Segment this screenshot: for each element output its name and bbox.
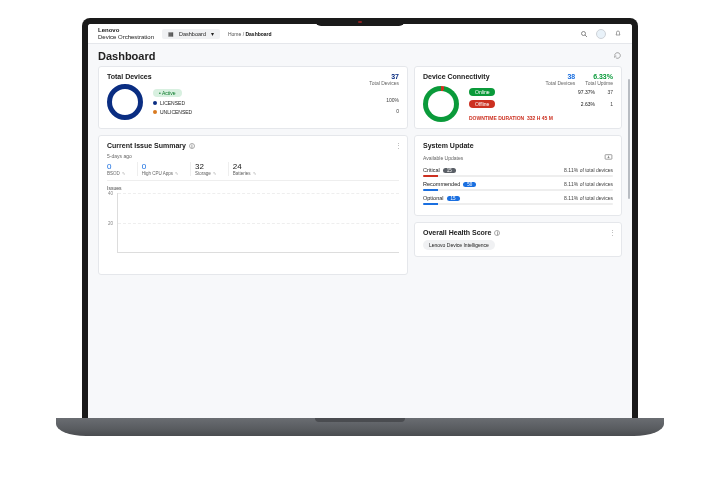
update-row: Recommended508.11% of total devices xyxy=(423,181,613,191)
active-pill: • Active xyxy=(153,89,182,97)
connectivity-donut xyxy=(423,86,459,122)
issue-stat: 0BSOD ✎ xyxy=(107,162,125,176)
refresh-icon[interactable] xyxy=(613,51,622,61)
count-pill: 50 xyxy=(463,182,476,187)
card-title: Total Devices xyxy=(107,73,399,80)
scrollbar[interactable] xyxy=(628,79,630,199)
search-icon[interactable] xyxy=(580,30,588,38)
issue-stat: 0High CPU Apps ✎ xyxy=(137,162,178,176)
update-row: Optional158.11% of total devices xyxy=(423,195,613,205)
issues-bar-chart: 40 20 xyxy=(117,193,399,253)
downtime-row: DOWNTIME DURATION 332 H 45 M xyxy=(469,115,613,121)
issue-stats: 0BSOD ✎0High CPU Apps ✎32Storage ✎24Batt… xyxy=(107,162,399,181)
svg-line-1 xyxy=(585,35,587,37)
update-icon[interactable] xyxy=(604,153,613,163)
brand-logo: Lenovo Device Orchestration xyxy=(98,27,154,40)
top-bar: Lenovo Device Orchestration ▦ Dashboard … xyxy=(88,24,632,44)
more-icon[interactable]: ⋮ xyxy=(609,229,615,237)
system-update-rows: Critical158.11% of total devicesRecommen… xyxy=(423,167,613,205)
legend-licensed: LICENSED xyxy=(153,100,192,106)
chevron-down-icon: ▾ xyxy=(211,31,214,37)
breadcrumb: Home / Dashboard xyxy=(228,31,272,37)
card-health-score: ⋮ Overall Health Scorei Lenovo Device In… xyxy=(414,222,622,257)
total-devices-donut xyxy=(107,84,143,120)
breadcrumb-home[interactable]: Home xyxy=(228,31,241,37)
info-icon[interactable]: i xyxy=(494,230,500,236)
laptop-frame: Lenovo Device Orchestration ▦ Dashboard … xyxy=(82,18,638,418)
total-devices-count-block: 37 Total Devices xyxy=(369,73,399,86)
bars-container xyxy=(118,193,399,252)
legend-online: Online 97.37% 37 xyxy=(469,88,613,96)
view-selector-label: Dashboard xyxy=(179,31,206,37)
count-pill: 15 xyxy=(443,168,456,173)
legend-unlicensed: UNLICENSED xyxy=(153,109,192,115)
total-devices-values: 100% 0 xyxy=(386,95,399,117)
breadcrumb-current: Dashboard xyxy=(245,31,271,37)
app-screen: Lenovo Device Orchestration ▦ Dashboard … xyxy=(88,24,632,418)
info-icon[interactable]: i xyxy=(189,143,195,149)
health-source-pill: Lenovo Device Intelligence xyxy=(423,240,495,250)
topbar-actions xyxy=(580,29,622,39)
card-device-connectivity: Device Connectivity 38Total Devices 6.33… xyxy=(414,66,622,129)
count-pill: 15 xyxy=(447,196,460,201)
brand-line2: Device Orchestration xyxy=(98,34,154,40)
edit-icon[interactable]: ✎ xyxy=(213,171,216,176)
card-issue-summary: ⋮ Current Issue Summaryi 5-days ago 0BSO… xyxy=(98,135,408,275)
view-selector[interactable]: ▦ Dashboard ▾ xyxy=(162,29,220,39)
grid-icon: ▦ xyxy=(168,31,174,37)
bell-icon[interactable] xyxy=(614,30,622,38)
edit-icon[interactable]: ✎ xyxy=(175,171,178,176)
issue-stat: 32Storage ✎ xyxy=(190,162,216,176)
camera-indicator xyxy=(358,21,362,23)
legend-offline: Offline 2.63% 1 xyxy=(469,100,613,108)
page-body: Dashboard Total Devices 37 Total Devices xyxy=(88,44,632,418)
laptop-base xyxy=(56,418,664,436)
card-system-update: System Update Available Updates Critical… xyxy=(414,135,622,216)
edit-icon[interactable]: ✎ xyxy=(253,171,256,176)
svg-point-0 xyxy=(582,31,586,35)
issue-stat: 24Batteries ✎ xyxy=(228,162,256,176)
page-title: Dashboard xyxy=(98,50,155,62)
dot-licensed-icon xyxy=(153,101,157,105)
more-icon[interactable]: ⋮ xyxy=(395,142,401,150)
total-devices-count-label: Total Devices xyxy=(369,80,399,86)
edit-icon[interactable]: ✎ xyxy=(122,171,125,176)
card-total-devices: Total Devices 37 Total Devices • Active … xyxy=(98,66,408,129)
update-row: Critical158.11% of total devices xyxy=(423,167,613,177)
dot-unlicensed-icon xyxy=(153,110,157,114)
total-devices-count: 37 xyxy=(369,73,399,80)
avatar[interactable] xyxy=(596,29,606,39)
